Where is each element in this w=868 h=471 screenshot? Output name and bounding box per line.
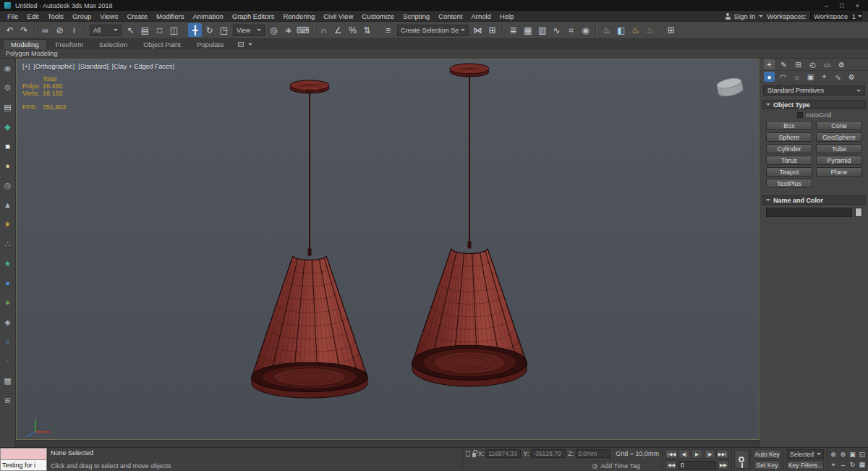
green-asterisk-icon[interactable]: ∗ [2, 297, 14, 308]
zoom-icon[interactable]: ⊕ [829, 449, 838, 459]
minimize-button[interactable]: – [825, 2, 828, 9]
cone-icon[interactable]: ▲ [2, 199, 14, 211]
display-tab-icon[interactable]: ▭ [822, 59, 833, 69]
tab-freeform[interactable]: Freeform [48, 40, 91, 49]
eye-icon[interactable]: ◉ [2, 62, 14, 74]
helpers-category-icon[interactable]: ⌖ [819, 72, 830, 82]
torus-icon[interactable]: ◎ [2, 179, 14, 191]
pendant-lamp-model-2[interactable] [412, 64, 527, 386]
menu-item[interactable]: Tools [43, 12, 68, 20]
isolate-selection-icon[interactable] [466, 451, 470, 457]
menu-item[interactable]: Arnold [467, 12, 495, 20]
primitive-category-dropdown[interactable]: Standard Primitives [763, 85, 865, 96]
star-icon[interactable]: ★ [2, 258, 14, 269]
select-and-manipulate-icon[interactable]: ∗ [281, 23, 295, 37]
object-type-button[interactable]: Tube [816, 144, 862, 153]
zoom-all-icon[interactable]: ⊛ [838, 449, 847, 459]
select-and-scale-icon[interactable]: ◳ [217, 23, 231, 37]
menu-item[interactable]: Modifiers [152, 12, 189, 20]
object-type-button[interactable]: Sphere [766, 132, 812, 142]
macro-recorder-field[interactable] [0, 448, 47, 460]
mirror-icon[interactable]: ⋈ [471, 23, 485, 37]
object-type-button[interactable]: Box [766, 121, 812, 130]
dark-square-icon[interactable]: ▪ [2, 355, 14, 367]
select-and-rotate-icon[interactable]: ↻ [203, 23, 216, 37]
menu-item[interactable]: File [3, 12, 22, 20]
object-type-button[interactable]: Plane [816, 167, 862, 177]
unlink-selection-icon[interactable]: ⊘ [53, 23, 67, 37]
object-type-button[interactable]: Torus [766, 156, 812, 165]
teal-diamond-icon[interactable]: ◆ [2, 121, 14, 132]
render-iterative-icon[interactable]: ♨ [643, 23, 657, 37]
viewport-menu-view[interactable]: [Orthographic] [33, 63, 75, 70]
close-button[interactable]: × [856, 2, 859, 9]
select-by-name-icon[interactable]: ▤ [138, 23, 152, 37]
percent-snap-icon[interactable]: % [346, 23, 359, 37]
key-filters-button[interactable]: Key Filters... [787, 460, 824, 470]
listener-field[interactable]: Testing for i [0, 460, 47, 471]
menu-item[interactable]: Edit [22, 12, 43, 20]
current-frame-field[interactable] [678, 461, 716, 470]
polygon-modeling-label[interactable]: Polygon Modeling [6, 50, 58, 57]
object-type-button[interactable]: Teapot [766, 167, 812, 177]
open-grid-icon[interactable]: ⊞ [664, 23, 678, 37]
gear-icon[interactable]: ⚙ [2, 82, 14, 93]
object-type-button[interactable]: Pyramid [816, 156, 862, 165]
next-key-button[interactable]: ▶▶ [718, 460, 729, 470]
selection-lock-icon[interactable] [472, 453, 476, 457]
object-type-button[interactable]: TextPlus [766, 179, 812, 188]
tan-sphere-icon[interactable]: ● [2, 160, 14, 171]
motion-tab-icon[interactable]: ◴ [807, 59, 818, 69]
next-frame-button[interactable]: |▶ [704, 449, 716, 459]
viewport[interactable]: [+] [Orthographic] [Standard] [Clay + Ed… [16, 59, 760, 440]
object-type-button[interactable]: GeoSphere [816, 132, 862, 142]
tab-selection[interactable]: Selection [92, 40, 135, 49]
maximize-viewport-icon[interactable]: ▦ [858, 460, 867, 470]
undo-icon[interactable]: ↶ [3, 23, 17, 37]
align-icon[interactable]: ⊞ [485, 23, 499, 37]
maxscript-mini-listener[interactable]: Testing for i [0, 448, 48, 471]
selected-filter-dropdown[interactable]: Selected [787, 449, 824, 459]
auto-key-button[interactable]: Auto Key [754, 449, 780, 459]
menu-item[interactable]: Help [495, 12, 519, 20]
systems-category-icon[interactable]: ⚙ [846, 72, 857, 82]
menu-item[interactable]: Group [68, 12, 95, 20]
snaps-toggle-icon[interactable]: ∩ [317, 23, 331, 37]
workspace-dropdown[interactable]: Workspace_1 [810, 12, 862, 20]
material-editor-icon[interactable]: ◉ [579, 23, 592, 37]
viewport-menu-style[interactable]: [Standard] [78, 63, 109, 70]
shapes-category-icon[interactable]: ◠ [778, 72, 788, 82]
track-bar[interactable] [16, 440, 760, 446]
set-key-button[interactable]: Set Key [754, 460, 780, 470]
zoom-extents-icon[interactable]: ▣ [848, 449, 857, 459]
menu-item[interactable]: Content [434, 12, 467, 20]
time-tag-row[interactable]: Add Time Tag [466, 462, 659, 470]
object-type-button[interactable]: Cone [816, 121, 862, 130]
lights-category-icon[interactable]: ☼ [791, 72, 802, 82]
box-icon[interactable]: ▦ [2, 375, 14, 386]
angle-snap-icon[interactable]: ∠ [331, 23, 345, 37]
zoom-extents-all-icon[interactable]: ◱ [858, 449, 867, 459]
rendered-frame-icon[interactable]: ◧ [614, 23, 628, 37]
tab-object-paint[interactable]: Object Paint [136, 40, 188, 49]
menu-item[interactable]: Views [95, 12, 122, 20]
rectangular-selection-icon[interactable]: □ [153, 23, 166, 37]
add-time-tag[interactable]: Add Time Tag [600, 462, 640, 470]
cube-grid-icon[interactable]: ⊞ [2, 394, 14, 406]
object-type-button[interactable]: Cylinder [766, 144, 812, 153]
select-and-move-icon[interactable]: ╋ [188, 23, 202, 37]
blue-sphere-icon[interactable]: ● [2, 277, 14, 289]
utilities-tab-icon[interactable]: ⚙ [836, 59, 847, 69]
select-and-link-icon[interactable]: ∞ [38, 23, 52, 37]
pendant-lamp-model-1[interactable] [252, 80, 367, 398]
create-tab-icon[interactable]: + [764, 59, 775, 69]
menu-item[interactable]: Customize [357, 12, 399, 20]
named-selection-dropdown[interactable]: Create Selection Se [397, 25, 469, 36]
pan-icon[interactable]: ↔ [838, 460, 847, 470]
schematic-view-icon[interactable]: ⌗ [564, 23, 578, 37]
object-name-input[interactable] [766, 208, 852, 217]
selection-filter-dropdown[interactable]: All [90, 25, 122, 36]
tab-populate[interactable]: Populate [190, 40, 231, 49]
x-coordinate-field[interactable] [486, 449, 521, 458]
ribbon-minimize-icon[interactable] [248, 43, 252, 48]
